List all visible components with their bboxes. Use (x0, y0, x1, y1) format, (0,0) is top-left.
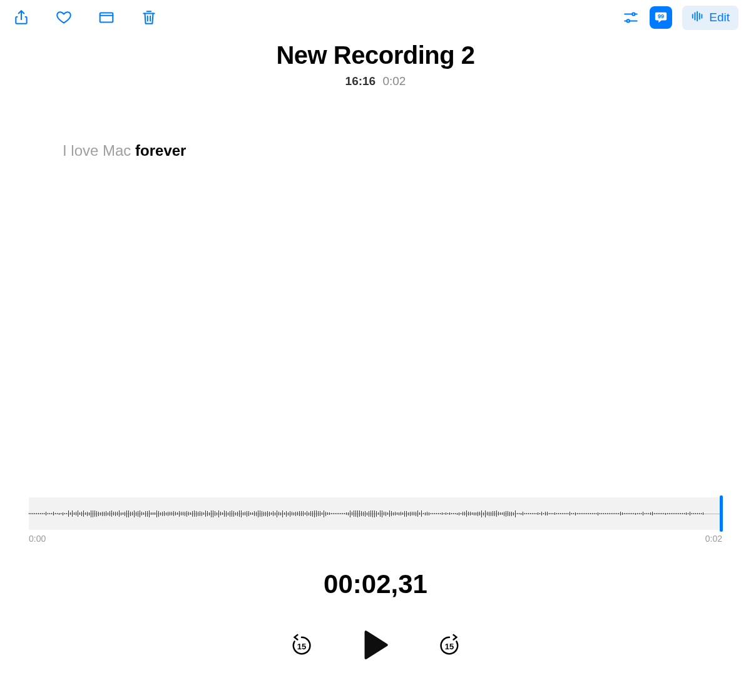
toolbar-right: 99 Edit (622, 6, 738, 30)
svg-text:99: 99 (658, 13, 664, 19)
waveform-container: 0:00 0:02 (29, 497, 722, 544)
waveform-scrubber[interactable] (29, 497, 722, 530)
current-time-display: 00:02,31 (0, 569, 751, 599)
toolbar-left (13, 9, 158, 26)
transcript-text[interactable]: I love Mac forever (0, 88, 751, 173)
skip-back-label: 15 (290, 642, 314, 651)
waveform-ticks (29, 497, 722, 530)
share-icon[interactable] (13, 9, 30, 26)
recording-duration: 0:02 (382, 74, 406, 88)
svg-rect-0 (100, 13, 113, 22)
toolbar: 99 Edit (0, 0, 751, 33)
transcript-past: I love Mac (63, 142, 135, 159)
transcript-current: forever (135, 142, 186, 159)
svg-point-2 (627, 19, 630, 22)
waveform-start-label: 0:00 (29, 534, 46, 544)
transcript-button[interactable]: 99 (650, 6, 672, 29)
recording-header: New Recording 2 16:16 0:02 (0, 41, 751, 88)
recording-title[interactable]: New Recording 2 (0, 41, 751, 69)
skip-forward-button[interactable]: 15 (437, 633, 461, 657)
play-button[interactable] (360, 629, 391, 661)
settings-sliders-icon[interactable] (622, 9, 640, 26)
recording-time: 16:16 (345, 74, 376, 88)
favorite-icon[interactable] (55, 9, 73, 26)
recording-meta: 16:16 0:02 (0, 74, 751, 88)
waveform-time-labels: 0:00 0:02 (29, 534, 722, 544)
trash-icon[interactable] (140, 9, 158, 26)
skip-forward-label: 15 (437, 642, 461, 651)
edit-button[interactable]: Edit (682, 6, 738, 30)
playback-panel: 00:02,31 15 15 (0, 547, 751, 661)
waveform-end-label: 0:02 (705, 534, 722, 544)
svg-point-1 (632, 13, 635, 15)
edit-label: Edit (709, 11, 730, 24)
waveform-icon (691, 10, 705, 26)
skip-back-button[interactable]: 15 (290, 633, 314, 657)
playback-controls: 15 15 (0, 629, 751, 661)
playhead-marker[interactable] (720, 495, 723, 532)
folder-icon[interactable] (98, 9, 115, 26)
